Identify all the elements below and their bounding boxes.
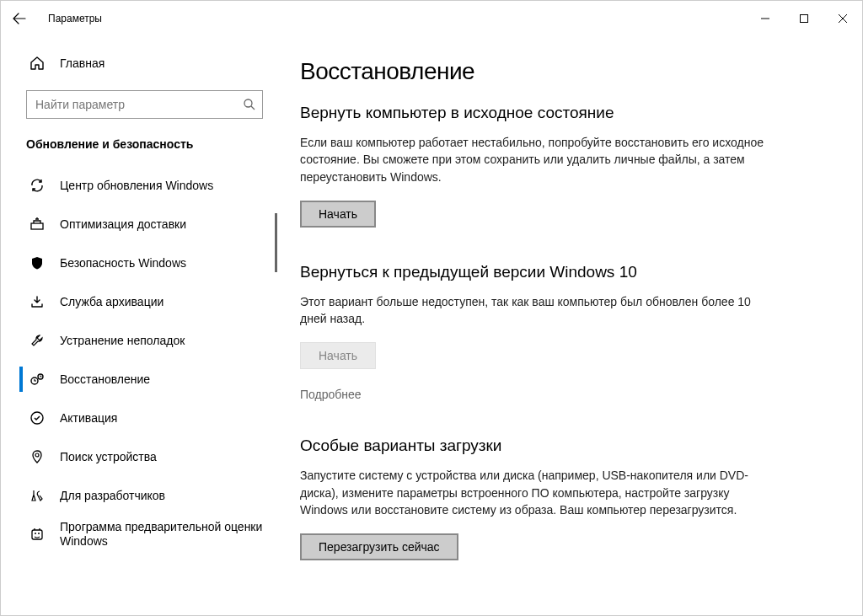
sidebar-item-label: Центр обновления Windows — [60, 179, 213, 193]
sidebar-nav: Центр обновления Windows Оптимизация дос… — [1, 166, 275, 615]
sidebar-item-delivery-optimization[interactable]: Оптимизация доставки — [1, 205, 275, 244]
sidebar-item-label: Программа предварительной оценки Windows — [60, 520, 275, 549]
wrench-icon — [29, 333, 45, 348]
sidebar-item-label: Служба архивации — [60, 295, 163, 309]
sidebar-item-label: Устранение неполадок — [60, 334, 185, 348]
body: Главная Обновление и безопасность Центр … — [1, 36, 862, 615]
back-button[interactable] — [6, 5, 33, 32]
search-input[interactable] — [26, 90, 263, 119]
window-buttons — [746, 5, 862, 32]
sidebar: Главная Обновление и безопасность Центр … — [1, 36, 275, 615]
sidebar-item-label: Оптимизация доставки — [60, 217, 186, 232]
scroll-indicator[interactable] — [275, 213, 277, 272]
rollback-start-button: Начать — [300, 342, 376, 369]
recovery-icon — [29, 372, 45, 387]
sidebar-category: Обновление и безопасность — [1, 129, 275, 166]
delivery-icon — [29, 217, 45, 232]
tools-icon — [29, 488, 45, 503]
section-rollback: Вернуться к предыдущей версии Windows 10… — [300, 263, 764, 402]
sidebar-item-label: Активация — [60, 411, 117, 426]
sync-icon — [29, 178, 45, 193]
section-advanced-desc: Запустите систему с устройства или диска… — [300, 467, 764, 518]
window-title: Параметры — [48, 13, 102, 24]
close-button[interactable] — [823, 5, 862, 32]
main-content: Восстановление Вернуть компьютер в исход… — [275, 36, 862, 615]
sidebar-item-find-device[interactable]: Поиск устройства — [1, 437, 275, 476]
section-reset-heading: Вернуть компьютер в исходное состояние — [300, 104, 764, 122]
svg-rect-6 — [31, 223, 43, 229]
settings-window: Параметры Главная — [0, 0, 863, 616]
sidebar-item-insider-program[interactable]: Программа предварительной оценки Windows — [1, 515, 275, 554]
check-circle-icon — [29, 410, 45, 426]
section-reset: Вернуть компьютер в исходное состояние Е… — [300, 104, 764, 228]
svg-rect-1 — [801, 15, 808, 23]
maximize-button[interactable] — [785, 5, 823, 32]
sidebar-item-backup[interactable]: Служба архивации — [1, 282, 275, 321]
page-title: Восстановление — [300, 58, 828, 85]
svg-point-12 — [35, 533, 36, 534]
sidebar-item-label: Безопасность Windows — [60, 256, 186, 271]
svg-point-13 — [38, 533, 40, 534]
section-rollback-heading: Вернуться к предыдущей версии Windows 10 — [300, 263, 764, 281]
insider-icon — [29, 527, 45, 542]
sidebar-item-troubleshoot[interactable]: Устранение неполадок — [1, 321, 275, 360]
home-icon — [29, 56, 45, 71]
shield-icon — [29, 255, 45, 271]
sidebar-item-label: Для разработчиков — [60, 489, 165, 503]
sidebar-item-activation[interactable]: Активация — [1, 399, 275, 437]
backup-icon — [29, 294, 45, 309]
section-reset-desc: Если ваш компьютер работает нестабильно,… — [300, 134, 764, 185]
sidebar-item-recovery[interactable]: Восстановление — [1, 360, 275, 399]
minimize-button[interactable] — [746, 5, 785, 32]
sidebar-item-windows-update[interactable]: Центр обновления Windows — [1, 166, 275, 205]
sidebar-item-windows-security[interactable]: Безопасность Windows — [1, 244, 275, 282]
section-rollback-desc: Этот вариант больше недоступен, так как … — [300, 293, 764, 328]
section-advanced-heading: Особые варианты загрузки — [300, 437, 764, 455]
home-label: Главная — [60, 56, 105, 70]
sidebar-item-label: Восстановление — [60, 372, 150, 387]
sidebar-item-label: Поиск устройства — [60, 450, 157, 464]
home-link[interactable]: Главная — [1, 46, 275, 80]
location-icon — [29, 449, 45, 464]
reset-start-button[interactable]: Начать — [300, 201, 376, 228]
rollback-more-link[interactable]: Подробнее — [300, 388, 362, 401]
sidebar-item-for-developers[interactable]: Для разработчиков — [1, 476, 275, 515]
restart-now-button[interactable]: Перезагрузить сейчас — [300, 533, 458, 560]
titlebar: Параметры — [1, 1, 862, 36]
section-advanced-startup: Особые варианты загрузки Запустите систе… — [300, 437, 764, 560]
svg-point-10 — [35, 453, 39, 457]
search-wrap — [26, 90, 263, 119]
